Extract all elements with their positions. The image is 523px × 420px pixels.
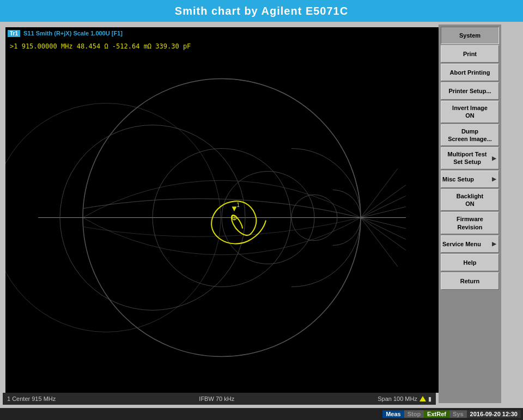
chart-ifbw-info: IFBW 70 kHz bbox=[199, 395, 234, 402]
dump-screen-label: DumpScreen Image... bbox=[448, 128, 492, 142]
invert-image-button[interactable]: Invert Image ON bbox=[441, 101, 499, 123]
chart-bottom-status: 1 Center 915 MHz IFBW 70 kHz Span 100 MH… bbox=[3, 393, 436, 405]
firmware-label: FirmwareRevision bbox=[457, 216, 483, 230]
chart-center-info: 1 Center 915 MHz bbox=[7, 395, 56, 402]
page-title: Smith chart by Agilent E5071C bbox=[175, 5, 348, 17]
main-content: Tr1 S11 Smith (R+jX) Scale 1.000U [F1] >… bbox=[0, 22, 523, 420]
backlight-button[interactable]: BacklightON bbox=[441, 189, 499, 211]
abort-printing-button[interactable]: Abort Printing bbox=[441, 64, 499, 81]
status-sys: Sys bbox=[449, 410, 467, 418]
service-menu-button[interactable]: Service Menu ▶ bbox=[441, 235, 499, 253]
chart-label: S11 Smith (R+jX) Scale 1.000U [F1] bbox=[23, 30, 123, 36]
svg-text:1: 1 bbox=[236, 202, 240, 208]
marker-triangle bbox=[419, 396, 426, 401]
firmware-button[interactable]: FirmwareRevision bbox=[441, 212, 499, 234]
smith-chart-svg: 1 bbox=[5, 54, 439, 381]
chart-wrapper: Tr1 S11 Smith (R+jX) Scale 1.000U [F1] >… bbox=[3, 25, 439, 420]
trace-badge: Tr1 bbox=[8, 30, 20, 37]
multiport-label: Multiport Test Set Setup bbox=[442, 150, 492, 166]
system-button[interactable]: System bbox=[441, 27, 499, 44]
return-button[interactable]: Return bbox=[441, 272, 499, 290]
multiport-test-button[interactable]: Multiport Test Set Setup ▶ bbox=[441, 147, 499, 169]
chart-top-bar: Tr1 S11 Smith (R+jX) Scale 1.000U [F1] bbox=[5, 27, 439, 39]
arrow-icon: ▶ bbox=[492, 155, 496, 162]
smith-chart-area: Tr1 S11 Smith (R+jX) Scale 1.000U [F1] >… bbox=[5, 27, 439, 393]
help-button[interactable]: Help bbox=[441, 254, 499, 271]
chart-span-info: Span 100 MHz ▮ bbox=[378, 395, 431, 403]
app-header: Smith chart by Agilent E5071C bbox=[0, 0, 523, 22]
arrow-icon-service: ▶ bbox=[492, 240, 496, 247]
backlight-label: BacklightON bbox=[457, 193, 484, 207]
print-button[interactable]: Print bbox=[441, 45, 499, 63]
status-time: 2016-09-20 12:30 bbox=[467, 410, 521, 418]
status-extref: ExtRef bbox=[424, 410, 449, 418]
status-stop: Stop bbox=[404, 410, 424, 418]
status-meas: Meas bbox=[382, 410, 404, 418]
misc-setup-button[interactable]: Misc Setup ▶ bbox=[441, 171, 499, 188]
global-status-bar: Meas Stop ExtRef Sys 2016-09-20 12:30 bbox=[0, 408, 523, 420]
arrow-icon-misc: ▶ bbox=[492, 175, 496, 182]
marker-info: >1 915.00000 MHz 48.454 Ω -512.64 mΩ 339… bbox=[10, 42, 191, 50]
printer-setup-button[interactable]: Printer Setup... bbox=[441, 82, 499, 100]
sidebar: System Print Abort Printing Printer Setu… bbox=[439, 25, 501, 403]
dump-screen-button[interactable]: DumpScreen Image... bbox=[441, 124, 499, 147]
